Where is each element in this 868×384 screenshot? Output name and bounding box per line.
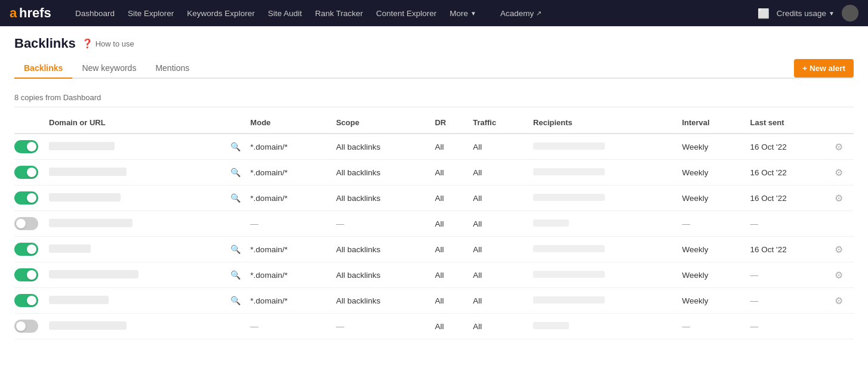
cell-interval: Weekly bbox=[677, 134, 745, 160]
cell-search-icon[interactable]: 🔍 bbox=[226, 185, 245, 211]
cell-settings[interactable]: ⚙ bbox=[830, 288, 854, 314]
nav-site-audit[interactable]: Site Audit bbox=[262, 0, 308, 26]
nav-more[interactable]: More ▼ bbox=[444, 0, 482, 26]
cell-domain bbox=[44, 134, 226, 160]
cell-toggle[interactable] bbox=[14, 160, 44, 185]
search-icon[interactable]: 🔍 bbox=[230, 244, 241, 254]
cell-toggle[interactable] bbox=[14, 134, 44, 160]
cell-domain bbox=[44, 160, 226, 185]
table-container: 8 copies from Dashboard Domain or URL Mo… bbox=[0, 88, 868, 339]
svg-text:hrefs: hrefs bbox=[19, 6, 51, 20]
cell-traffic: All bbox=[468, 288, 528, 314]
cell-last-sent: — bbox=[746, 314, 830, 339]
cell-settings[interactable]: ⚙ bbox=[830, 160, 854, 185]
cell-search-icon[interactable]: 🔍 bbox=[226, 134, 245, 160]
search-icon[interactable]: 🔍 bbox=[230, 270, 241, 280]
chevron-down-icon: ▼ bbox=[829, 10, 835, 17]
how-to-use-link[interactable]: ❓ How to use bbox=[82, 38, 134, 49]
tab-mentions[interactable]: Mentions bbox=[146, 58, 199, 79]
cell-recipients bbox=[528, 314, 677, 339]
logo[interactable]: a hrefs bbox=[10, 6, 57, 20]
cell-search-icon bbox=[226, 211, 245, 237]
cell-toggle[interactable] bbox=[14, 211, 44, 237]
cell-search-icon[interactable]: 🔍 bbox=[226, 288, 245, 314]
nav-site-explorer[interactable]: Site Explorer bbox=[122, 0, 180, 26]
cell-interval: Weekly bbox=[677, 262, 745, 288]
domain-blurred bbox=[49, 168, 127, 176]
avatar[interactable] bbox=[842, 5, 858, 21]
cell-settings[interactable]: ⚙ bbox=[830, 262, 854, 288]
cell-settings[interactable]: ⚙ bbox=[830, 185, 854, 211]
gear-icon[interactable]: ⚙ bbox=[835, 244, 843, 255]
toggle-switch[interactable] bbox=[14, 191, 38, 205]
cell-settings bbox=[830, 314, 854, 339]
cell-domain bbox=[44, 262, 226, 288]
cell-last-sent: — bbox=[746, 211, 830, 237]
gear-icon[interactable]: ⚙ bbox=[835, 142, 843, 152]
toggle-switch[interactable] bbox=[14, 166, 38, 179]
new-alert-button[interactable]: + New alert bbox=[794, 59, 854, 78]
cell-toggle[interactable] bbox=[14, 185, 44, 211]
col-scope: Scope bbox=[331, 112, 430, 134]
nav-dashboard[interactable]: Dashboard bbox=[69, 0, 121, 26]
search-icon[interactable]: 🔍 bbox=[230, 296, 241, 305]
recipients-blurred bbox=[533, 168, 605, 175]
domain-blurred bbox=[49, 219, 133, 227]
cell-search-icon[interactable]: 🔍 bbox=[226, 237, 245, 262]
cell-settings[interactable]: ⚙ bbox=[830, 237, 854, 262]
cell-toggle[interactable] bbox=[14, 262, 44, 288]
domain-blurred bbox=[49, 193, 121, 202]
domain-blurred bbox=[49, 244, 91, 253]
credits-usage-link[interactable]: Credits usage ▼ bbox=[777, 9, 835, 18]
gear-icon[interactable]: ⚙ bbox=[835, 168, 843, 178]
cell-recipients bbox=[528, 211, 677, 237]
cell-toggle[interactable] bbox=[14, 288, 44, 314]
toggle-switch[interactable] bbox=[14, 217, 38, 230]
cell-settings[interactable]: ⚙ bbox=[830, 134, 854, 160]
nav-content-explorer[interactable]: Content Explorer bbox=[370, 0, 442, 26]
cell-dr: All bbox=[430, 160, 468, 185]
cell-toggle[interactable] bbox=[14, 237, 44, 262]
toggle-switch[interactable] bbox=[14, 243, 38, 256]
cell-dr: All bbox=[430, 314, 468, 339]
cell-scope: All backlinks bbox=[331, 134, 430, 160]
recipients-blurred bbox=[533, 322, 569, 329]
cell-mode: *.domain/* bbox=[245, 288, 331, 314]
cell-recipients bbox=[528, 185, 677, 211]
cell-mode: — bbox=[245, 314, 331, 339]
search-icon[interactable]: 🔍 bbox=[230, 168, 241, 177]
col-interval: Interval bbox=[677, 112, 745, 134]
search-icon[interactable]: 🔍 bbox=[230, 142, 241, 151]
cell-scope: All backlinks bbox=[331, 185, 430, 211]
nav-rank-tracker[interactable]: Rank Tracker bbox=[309, 0, 369, 26]
toggle-switch[interactable] bbox=[14, 140, 38, 153]
gear-icon[interactable]: ⚙ bbox=[835, 193, 843, 203]
gear-icon[interactable]: ⚙ bbox=[835, 296, 843, 306]
cell-search-icon[interactable]: 🔍 bbox=[226, 160, 245, 185]
table-row: 🔍*.domain/*All backlinksAllAllWeekly—⚙ bbox=[14, 288, 854, 314]
gear-icon[interactable]: ⚙ bbox=[835, 270, 843, 280]
monitor-icon[interactable]: ⬜ bbox=[758, 8, 769, 19]
tab-new-keywords[interactable]: New keywords bbox=[72, 58, 146, 79]
cell-last-sent: — bbox=[746, 288, 830, 314]
chevron-down-icon: ▼ bbox=[470, 10, 476, 17]
cell-toggle[interactable] bbox=[14, 314, 44, 339]
page-title-row: Backlinks ❓ How to use bbox=[14, 36, 854, 51]
toggle-switch[interactable] bbox=[14, 268, 38, 281]
cell-scope: All backlinks bbox=[331, 262, 430, 288]
cell-search-icon[interactable]: 🔍 bbox=[226, 262, 245, 288]
alerts-table: Domain or URL Mode Scope DR Traffic Reci… bbox=[14, 112, 854, 339]
cell-recipients bbox=[528, 237, 677, 262]
tab-backlinks[interactable]: Backlinks bbox=[14, 58, 72, 79]
search-icon[interactable]: 🔍 bbox=[230, 193, 241, 203]
table-row: ——AllAll—— bbox=[14, 211, 854, 237]
cell-domain bbox=[44, 185, 226, 211]
cell-mode: *.domain/* bbox=[245, 160, 331, 185]
nav-academy[interactable]: Academy ↗ bbox=[494, 0, 547, 26]
cell-domain bbox=[44, 211, 226, 237]
nav-keywords-explorer[interactable]: Keywords Explorer bbox=[181, 0, 260, 26]
cell-traffic: All bbox=[468, 160, 528, 185]
toggle-switch[interactable] bbox=[14, 294, 38, 307]
toggle-switch[interactable] bbox=[14, 320, 38, 333]
table-subheader: 8 copies from Dashboard bbox=[14, 88, 854, 107]
